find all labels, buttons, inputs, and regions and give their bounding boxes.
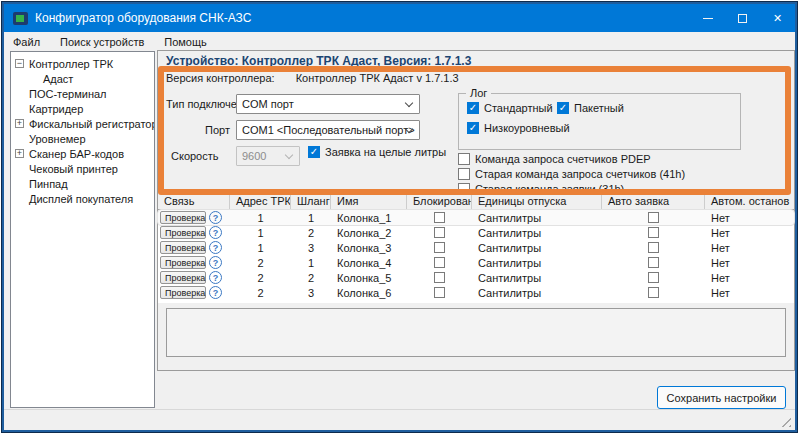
help-icon[interactable]: ?: [209, 241, 222, 254]
speed-value: 9600: [242, 150, 266, 162]
tree-item-label: Дисплей покупателя: [29, 193, 133, 205]
table-row: Проверка?23Колонка_6СантилитрыНет: [158, 285, 794, 300]
log-option: Стандартный: [467, 102, 553, 114]
connection-cell: Проверка?: [158, 241, 230, 254]
title-bar[interactable]: Конфигуратор оборудования СНК-АЗС ✕: [4, 4, 795, 32]
blocked-checkbox[interactable]: [434, 212, 445, 223]
hose-cell: 1: [291, 257, 331, 269]
device-tree[interactable]: −Контроллер ТРКАдастПОС-терминалКартриде…: [10, 51, 155, 408]
minimize-icon: [703, 18, 713, 19]
check-connection-button[interactable]: Проверка: [160, 271, 206, 284]
command-option-checkbox[interactable]: [458, 153, 470, 165]
controller-version-label: Версия контроллера:: [166, 72, 275, 84]
tree-item[interactable]: Чековый принтер: [11, 161, 154, 176]
command-option-checkbox[interactable]: [458, 168, 470, 180]
auto-stop-cell: Нет: [705, 272, 794, 284]
tree-item[interactable]: Адаст: [11, 71, 154, 86]
column-header: Адрес ТРК: [230, 193, 291, 209]
menu-item[interactable]: Помощь: [154, 32, 217, 51]
port-value: COM1 <Последовательный порт>: [242, 124, 415, 136]
expand-icon[interactable]: +: [15, 119, 24, 128]
help-icon[interactable]: ?: [209, 211, 222, 224]
units-cell: Сантилитры: [472, 212, 602, 224]
command-option-label: Старая команда запроса счетчиков (41h): [475, 168, 685, 180]
log-groupbox: Лог СтандартныйПакетныйНизкоуровневый: [458, 93, 741, 150]
auto-request-cell: [602, 212, 705, 223]
log-option-label: Стандартный: [484, 102, 553, 114]
help-icon[interactable]: ?: [209, 226, 222, 239]
auto-request-cell: [602, 242, 705, 253]
check-connection-button[interactable]: Проверка: [160, 256, 206, 269]
expand-icon[interactable]: +: [15, 149, 24, 158]
name-cell: Колонка_6: [331, 287, 407, 299]
whole-liters-checkbox[interactable]: [308, 146, 320, 158]
tree-item[interactable]: ПОС-терминал: [11, 86, 154, 101]
auto-request-checkbox[interactable]: [648, 212, 659, 223]
address-cell: 2: [230, 272, 291, 284]
blocked-checkbox[interactable]: [434, 242, 445, 253]
save-settings-button[interactable]: Сохранить настройки: [657, 386, 786, 409]
check-connection-button[interactable]: Проверка: [160, 226, 206, 239]
blocked-checkbox[interactable]: [434, 227, 445, 238]
table-row: Проверка?22Колонка_5СантилитрыНет: [158, 270, 794, 285]
maximize-icon: [738, 14, 747, 23]
command-option-label: Команда запроса счетчиков PDEP: [475, 153, 651, 165]
address-cell: 2: [230, 287, 291, 299]
connection-type-select[interactable]: COM порт: [236, 94, 420, 114]
log-option-checkbox[interactable]: [557, 102, 569, 114]
auto-request-checkbox[interactable]: [648, 242, 659, 253]
tree-item[interactable]: Дисплей покупателя: [11, 191, 154, 206]
connection-cell: Проверка?: [158, 211, 230, 224]
blocked-checkbox[interactable]: [434, 257, 445, 268]
blocked-cell: [407, 242, 472, 253]
menu-item[interactable]: Файл: [4, 32, 50, 51]
help-icon[interactable]: ?: [209, 256, 222, 269]
log-option-checkbox[interactable]: [467, 102, 479, 114]
speed-label: Скорость: [171, 150, 219, 162]
tree-item-label: Адаст: [43, 73, 73, 85]
tree-item[interactable]: Уровнемер: [11, 131, 154, 146]
blocked-checkbox[interactable]: [434, 272, 445, 283]
check-connection-button[interactable]: Проверка: [160, 211, 206, 224]
port-label: Порт: [166, 124, 230, 136]
maximize-button[interactable]: [725, 4, 760, 32]
minimize-button[interactable]: [690, 4, 725, 32]
auto-request-checkbox[interactable]: [648, 287, 659, 298]
screenshot-root: Конфигуратор оборудования СНК-АЗС ✕ Файл…: [0, 0, 800, 434]
whole-liters-option: Заявка на целые литры: [308, 146, 446, 158]
blocked-cell: [407, 287, 472, 298]
tree-item[interactable]: Пинпад: [11, 176, 154, 191]
hose-cell: 1: [291, 212, 331, 224]
connection-cell: Проверка?: [158, 286, 230, 299]
table-row: Проверка?12Колонка_2СантилитрыНет: [158, 225, 794, 240]
tree-item[interactable]: −Контроллер ТРК: [11, 56, 154, 71]
collapse-icon[interactable]: −: [15, 59, 24, 68]
table-row: Проверка?13Колонка_3СантилитрыНет: [158, 240, 794, 255]
tree-item[interactable]: +Сканер БАР-кодов: [11, 146, 154, 161]
port-select[interactable]: COM1 <Последовательный порт>: [236, 120, 420, 140]
tree-item[interactable]: Картридер: [11, 101, 154, 116]
auto-request-checkbox[interactable]: [648, 257, 659, 268]
blocked-checkbox[interactable]: [434, 287, 445, 298]
help-icon[interactable]: ?: [209, 271, 222, 284]
help-icon[interactable]: ?: [209, 286, 222, 299]
auto-request-checkbox[interactable]: [648, 227, 659, 238]
window-controls: ✕: [690, 4, 795, 32]
auto-request-cell: [602, 227, 705, 238]
close-button[interactable]: ✕: [760, 4, 795, 32]
connection-type-value: COM порт: [242, 98, 294, 110]
address-cell: 1: [230, 242, 291, 254]
log-option-checkbox[interactable]: [467, 122, 479, 134]
column-header: Авто заявка: [602, 193, 705, 209]
auto-stop-cell: Нет: [705, 257, 794, 269]
device-header: Устройство: Контроллер ТРК Адаст, Версия…: [166, 54, 471, 68]
check-connection-button[interactable]: Проверка: [160, 286, 206, 299]
auto-request-checkbox[interactable]: [648, 272, 659, 283]
blocked-cell: [407, 227, 472, 238]
resize-grip[interactable]: [780, 416, 791, 427]
auto-stop-cell: Нет: [705, 287, 794, 299]
name-cell: Колонка_1: [331, 212, 407, 224]
menu-item[interactable]: Поиск устройств: [50, 32, 154, 51]
check-connection-button[interactable]: Проверка: [160, 241, 206, 254]
tree-item[interactable]: +Фискальный регистратор: [11, 116, 154, 131]
